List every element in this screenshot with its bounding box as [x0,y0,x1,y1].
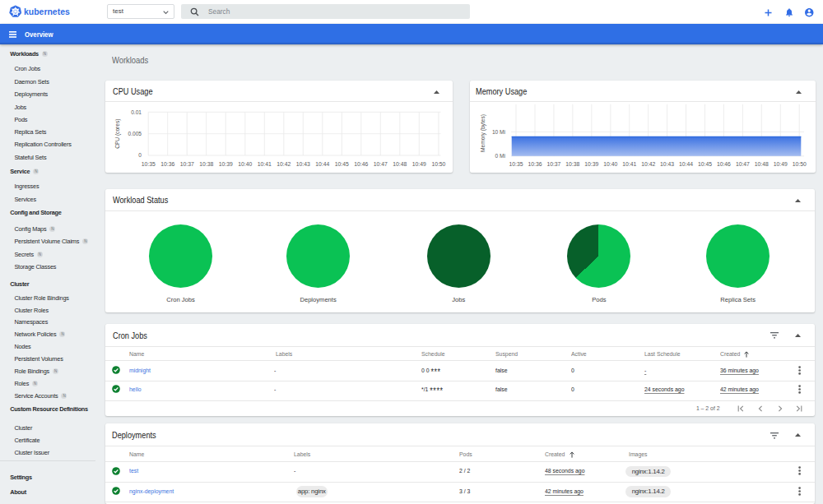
svg-text:10:48: 10:48 [393,161,407,167]
svg-text:10:35: 10:35 [142,161,156,167]
svg-text:10 Mi: 10 Mi [491,129,505,135]
svg-text:10:37: 10:37 [546,161,560,167]
svg-text:10:50: 10:50 [792,161,806,167]
svg-text:0.01: 0.01 [131,109,142,115]
svg-text:10:42: 10:42 [641,161,655,167]
svg-text:10:35: 10:35 [509,161,523,167]
svg-text:10:41: 10:41 [258,161,272,167]
svg-text:10:50: 10:50 [431,161,445,167]
svg-text:10:45: 10:45 [335,161,349,167]
svg-text:10:36: 10:36 [160,161,174,167]
svg-text:10:39: 10:39 [219,161,233,167]
svg-text:10:38: 10:38 [199,161,213,167]
svg-text:10:45: 10:45 [697,161,711,167]
svg-text:10:49: 10:49 [412,161,426,167]
svg-text:10:44: 10:44 [315,161,329,167]
svg-text:10:42: 10:42 [277,161,291,167]
svg-text:0.005: 0.005 [128,131,142,136]
svg-text:CPU (cores): CPU (cores) [115,119,122,149]
svg-text:10:43: 10:43 [660,161,674,167]
svg-text:10:40: 10:40 [603,161,617,167]
svg-text:0: 0 [138,152,142,158]
svg-text:Memory (bytes): Memory (bytes) [479,114,486,152]
svg-text:10:43: 10:43 [296,161,310,167]
svg-text:10:37: 10:37 [180,161,194,167]
svg-text:10:40: 10:40 [238,161,252,167]
svg-text:10:47: 10:47 [374,161,388,167]
svg-text:10:39: 10:39 [584,161,598,167]
svg-text:10:48: 10:48 [754,161,768,167]
svg-text:10:49: 10:49 [773,161,787,167]
svg-text:10:46: 10:46 [354,161,368,167]
svg-text:0 Mi: 0 Mi [495,153,505,159]
svg-text:10:46: 10:46 [716,161,730,167]
svg-text:10:44: 10:44 [678,161,692,167]
svg-text:10:41: 10:41 [622,161,636,167]
svg-text:10:47: 10:47 [735,161,749,167]
svg-text:10:36: 10:36 [528,161,542,167]
svg-text:10:38: 10:38 [565,161,579,167]
